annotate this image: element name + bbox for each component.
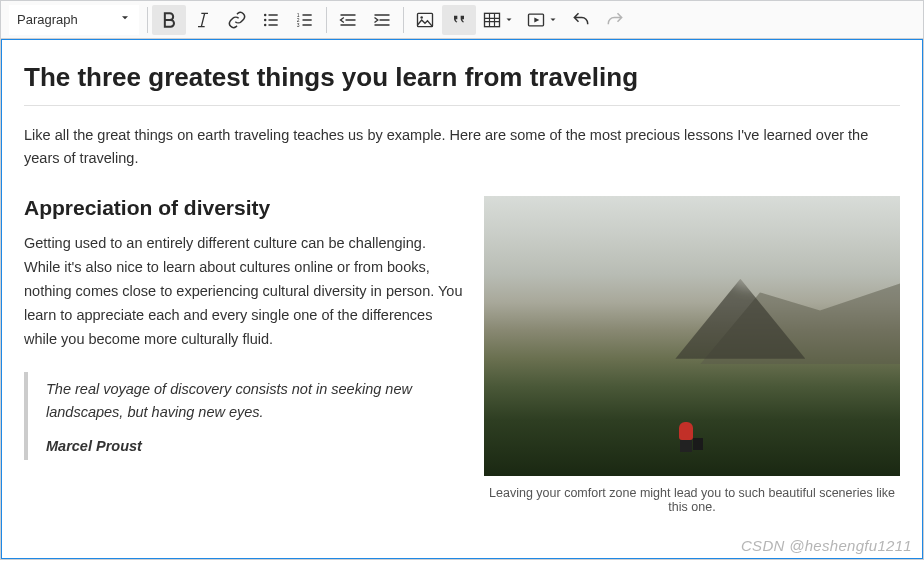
quote-text[interactable]: The real voyage of discovery consists no… [46,378,464,424]
subheading[interactable]: Appreciation of diversity [24,196,464,220]
hiker-shape [675,422,697,454]
svg-point-2 [264,23,267,26]
svg-text:3: 3 [297,21,300,27]
svg-rect-8 [485,13,500,26]
toolbar-separator [403,7,404,33]
table-button[interactable] [476,5,520,35]
quote-author[interactable]: Marcel Proust [46,438,464,454]
svg-point-1 [264,18,267,21]
media-button[interactable] [520,5,564,35]
bullet-list-button[interactable] [254,5,288,35]
italic-button[interactable] [186,5,220,35]
bold-button[interactable] [152,5,186,35]
numbered-list-button[interactable]: 123 [288,5,322,35]
heading-dropdown-label: Paragraph [17,12,78,27]
indent-button[interactable] [365,5,399,35]
link-button[interactable] [220,5,254,35]
image-caption[interactable]: Leaving your comfort zone might lead you… [484,486,900,514]
image-button[interactable] [408,5,442,35]
svg-point-0 [264,13,267,16]
chevron-down-icon [119,12,131,27]
svg-point-7 [420,16,423,19]
blockquote[interactable]: The real voyage of discovery consists no… [24,372,464,460]
image-column: Leaving your comfort zone might lead you… [484,196,900,514]
toolbar-separator [147,7,148,33]
toolbar: Paragraph 123 [1,1,923,39]
text-column: Appreciation of diversity Getting used t… [24,196,464,514]
watermark-text: CSDN @heshengfu1211 [741,537,912,554]
editor: Paragraph 123 The three greatest things … [0,0,924,560]
landscape-image[interactable] [484,196,900,476]
heading-dropdown[interactable]: Paragraph [9,5,139,35]
redo-button[interactable] [598,5,632,35]
toolbar-separator [326,7,327,33]
editor-content[interactable]: The three greatest things you learn from… [1,39,923,559]
document-title[interactable]: The three greatest things you learn from… [24,62,900,106]
body-row: Appreciation of diversity Getting used t… [24,196,900,514]
figure[interactable]: Leaving your comfort zone might lead you… [484,196,900,514]
blockquote-button[interactable] [442,5,476,35]
body-paragraph[interactable]: Getting used to an entirely different cu… [24,232,464,352]
undo-button[interactable] [564,5,598,35]
outdent-button[interactable] [331,5,365,35]
intro-paragraph[interactable]: Like all the great things on earth trave… [24,124,900,170]
